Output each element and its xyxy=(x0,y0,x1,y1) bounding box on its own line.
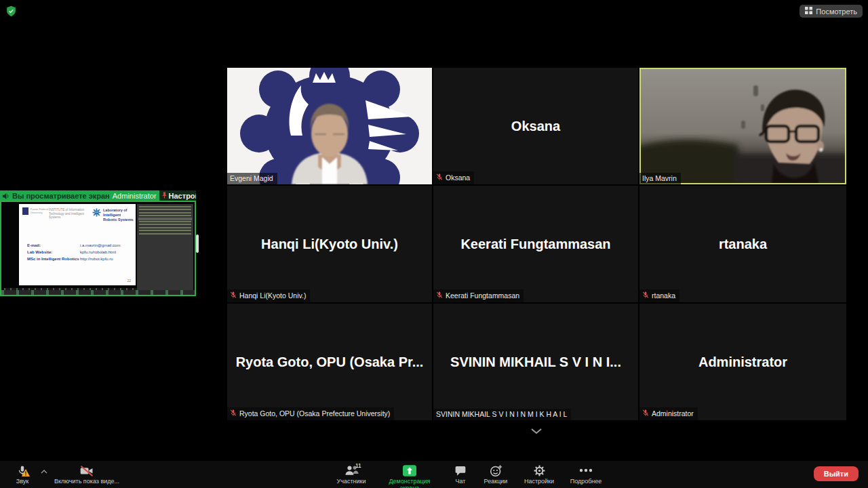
chat-icon xyxy=(454,464,467,477)
participant-name-label: SVININ MIKHAIL S V I N I N M I K H A I L xyxy=(436,410,567,418)
participant-name-label: Keerati Fungtammasan xyxy=(446,291,519,300)
nameplate: Ryota Goto, OPU (Osaka Prefecture Univer… xyxy=(227,407,394,420)
reactions-label: Реакции xyxy=(484,478,508,485)
pin-icon xyxy=(161,191,167,201)
participant-tile-hanqi-li[interactable]: Hanqi Li(Kyoto Univ.) Hanqi Li(Kyoto Uni… xyxy=(227,186,432,302)
share-screen-icon xyxy=(403,464,416,477)
nameplate: rtanaka xyxy=(639,289,679,302)
participant-name-label: Oksana xyxy=(446,174,470,182)
participant-name-label: Hanqi Li(Kyoto Univ.) xyxy=(239,291,306,300)
file-list-selected-row xyxy=(138,218,192,220)
participant-tile-rtanaka[interactable]: rtanaka rtanaka xyxy=(639,186,846,302)
share-screen-button[interactable]: Демонстрация экрана xyxy=(378,462,441,488)
muted-mic-icon xyxy=(642,291,649,300)
chat-button[interactable]: Чат xyxy=(450,462,471,488)
video-label: Включить показ виде... xyxy=(54,478,119,485)
participant-name-label: Ilya Mavrin xyxy=(642,174,677,182)
slide-value-msc: http://robot.kpfu.ru xyxy=(80,256,132,262)
nameplate: Keerati Fungtammasan xyxy=(433,289,524,302)
muted-mic-icon xyxy=(436,173,443,182)
nameplate: Administrator xyxy=(639,407,698,420)
camera-off-icon xyxy=(79,464,94,477)
view-options-button[interactable]: Настройки просмот xyxy=(159,190,196,201)
participant-name-label: Evgeni Magid xyxy=(230,174,273,182)
nameplate: Ilya Mavrin xyxy=(639,173,681,184)
participant-name-label: rtanaka xyxy=(652,291,675,300)
shared-screen-preview[interactable]: Kazan Federal University INSTITUTE of In… xyxy=(0,201,196,296)
ilya-mavrin-video xyxy=(639,68,846,184)
screen-share-banner: Вы просматриваете экран Administrator На… xyxy=(0,190,196,201)
slide-label-email: E-mail: xyxy=(27,242,80,249)
participant-display-name: Administrator xyxy=(639,304,846,420)
reactions-icon xyxy=(490,464,502,477)
participant-tile-ryota-goto[interactable]: Ryota Goto, OPU (Osaka Pr... Ryota Goto,… xyxy=(227,304,432,420)
participant-tile-evgeni-magid[interactable]: Evgeni Magid xyxy=(227,68,432,184)
institute-name: INSTITUTE of Information Technology and … xyxy=(49,208,91,220)
slide-value-website: kpfu.ru/robolab.html xyxy=(80,249,132,256)
settings-button[interactable]: Настройки xyxy=(521,462,557,488)
zoom-meeting-window: Посмотреть Вы просматриваете экран Admin… xyxy=(0,0,868,488)
participant-display-name: rtanaka xyxy=(639,186,846,302)
slide-value-email: i.a.mavrin@gmail.com xyxy=(80,242,132,249)
participant-tile-administrator[interactable]: Administrator Administrator xyxy=(639,304,846,420)
muted-mic-icon xyxy=(436,291,443,300)
muted-mic-icon xyxy=(642,409,649,418)
participant-display-name: Oksana xyxy=(433,68,638,184)
meeting-security-shield-icon[interactable] xyxy=(5,5,17,17)
gallery-next-page-chevron[interactable] xyxy=(525,426,548,438)
settings-label: Настройки xyxy=(524,478,554,485)
slide-label-website: Lab Website: xyxy=(27,249,80,256)
meeting-toolbar: Звук Включить показ виде... 11 Участники xyxy=(0,461,868,488)
audio-button[interactable]: Звук xyxy=(7,462,38,485)
nameplate: Oksana xyxy=(433,171,474,184)
more-label: Подробнее xyxy=(570,478,602,485)
participant-display-name: Ryota Goto, OPU (Osaka Pr... xyxy=(227,304,432,420)
presenter-name: Administrator xyxy=(113,192,157,200)
file-list-rows xyxy=(139,206,191,236)
view-layout-button[interactable]: Посмотреть xyxy=(800,5,863,18)
share-screen-label: Демонстрация экрана xyxy=(380,478,439,488)
gear-icon xyxy=(533,464,546,477)
leave-meeting-button[interactable]: Выйти xyxy=(814,466,859,481)
slide-label-msc: MSc in Intelligent Robotics xyxy=(27,256,80,262)
nameplate: SVININ MIKHAIL S V I N I N M I K H A I L xyxy=(433,409,571,420)
view-layout-label: Посмотреть xyxy=(816,7,857,16)
chat-label: Чат xyxy=(456,478,466,485)
muted-mic-icon xyxy=(230,291,237,300)
participant-display-name: Keerati Fungtammasan xyxy=(433,186,638,302)
shared-screen-taskbar xyxy=(1,290,195,295)
audio-options-chevron[interactable] xyxy=(39,462,49,480)
university-name: Kazan Federal University xyxy=(31,207,48,215)
university-logo xyxy=(22,207,28,215)
participants-count-badge: 11 xyxy=(355,462,361,469)
participant-tile-keerati[interactable]: Keerati Fungtammasan Keerati Fungtammasa… xyxy=(433,186,638,302)
participant-grid: Evgeni Magid Oksana Oksana xyxy=(227,68,846,421)
speaker-icon xyxy=(2,192,9,200)
reactions-button[interactable]: Реакции xyxy=(480,462,511,488)
nameplate: Hanqi Li(Kyoto Univ.) xyxy=(227,289,310,302)
participant-display-name: Hanqi Li(Kyoto Univ.) xyxy=(227,186,432,302)
lab-gear-icon xyxy=(92,207,101,220)
audio-warning-icon xyxy=(22,469,30,478)
more-dots-icon xyxy=(579,464,593,477)
video-button[interactable]: Включить показ виде... xyxy=(50,462,123,485)
participant-tile-oksana[interactable]: Oksana Oksana xyxy=(433,68,638,184)
more-button[interactable]: Подробнее xyxy=(567,462,605,488)
preview-scrollbar-thumb[interactable] xyxy=(196,235,199,253)
participant-tile-ilya-mavrin[interactable]: Ilya Mavrin xyxy=(639,68,846,184)
lab-name: Laboratory of Intelligent Robotic System… xyxy=(103,208,134,222)
file-list-panel xyxy=(137,204,193,293)
participant-name-label: Ryota Goto, OPU (Osaka Prefecture Univer… xyxy=(239,409,390,418)
participant-name-label: Administrator xyxy=(652,409,694,418)
view-options-label: Настройки просмот xyxy=(169,192,196,200)
evgeni-magid-video xyxy=(227,68,432,184)
nameplate: Evgeni Magid xyxy=(227,173,277,184)
audio-label: Звук xyxy=(16,478,28,485)
participants-label: Участники xyxy=(337,478,366,485)
participant-tile-svinin-mikhail[interactable]: SVININ MIKHAIL S V I N I... SVININ MIKHA… xyxy=(433,304,638,420)
presentation-slide: Kazan Federal University INSTITUTE of In… xyxy=(19,204,136,285)
gallery-view-icon xyxy=(805,7,812,16)
participant-display-name: SVININ MIKHAIL S V I N I... xyxy=(433,304,638,420)
slide-page-number: 22 xyxy=(127,279,131,283)
participants-button[interactable]: 11 Участники xyxy=(334,462,369,488)
